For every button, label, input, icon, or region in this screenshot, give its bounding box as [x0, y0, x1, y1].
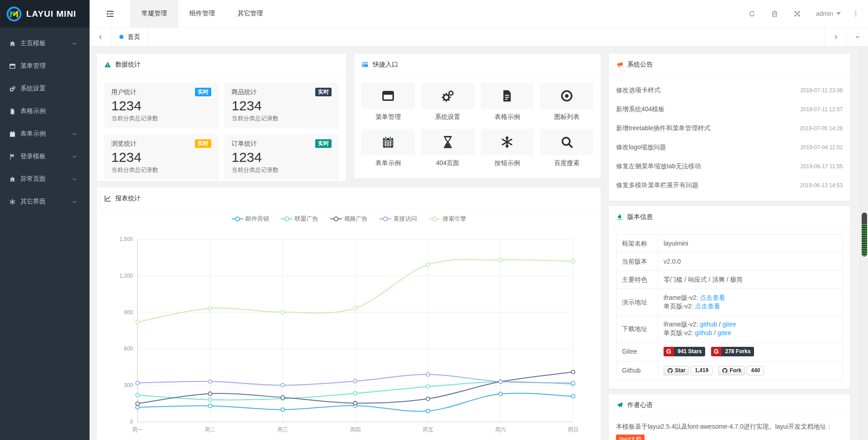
quick-link-4[interactable]: 表单示例 [361, 129, 415, 167]
version-row-1: 当前版本 v2.0.0 [617, 253, 843, 271]
gitee-logo: G [711, 347, 721, 356]
sidebar-item-7[interactable]: 其它界面 [0, 190, 90, 213]
version-row-4: 下载地址 iframe版-v2: github / gitee单页版-v2: g… [617, 316, 843, 342]
sidebar-item-5[interactable]: 登录模板 [0, 145, 90, 168]
stat-card-3: 订单统计 实时 1234 当前分类总记录数 [224, 134, 339, 180]
svg-text:1,500: 1,500 [119, 236, 133, 242]
clear-cache-button[interactable] [764, 10, 786, 18]
circle-dot-icon [560, 89, 574, 103]
page-scrollbar-track[interactable] [860, 47, 868, 440]
panel-data-stats-header: 数据统计 [97, 54, 346, 76]
tab-options-icon[interactable] [846, 28, 868, 46]
menu-collapse-icon[interactable] [90, 0, 130, 27]
svg-text:周六: 周六 [495, 426, 506, 433]
stat-card-title: 用户统计 [111, 88, 137, 96]
svg-text:900: 900 [124, 309, 133, 316]
sidebar-item-2[interactable]: 系统设置 [0, 77, 90, 100]
panel-report: 报表统计 邮件营销 联盟广告 视频广告 直接访问 搜索引擎 0300600900… [97, 188, 601, 440]
author-line-2: layui文档 [616, 433, 843, 440]
stat-card-value: 1234 [111, 98, 211, 114]
home-icon [9, 176, 16, 183]
stat-card-badge: 实时 [195, 139, 211, 148]
github-star-button[interactable]: Star [664, 366, 689, 375]
quick-link-2[interactable]: 表格示例 [481, 83, 534, 121]
quick-link-0[interactable]: 菜单管理 [361, 83, 415, 121]
version-link[interactable]: github [700, 321, 717, 328]
legend-item-2[interactable]: 视频广告 [330, 215, 368, 223]
version-row-3: 演示地址 iframe版-v2: 点击查看单页版-v2: 点击查看 [617, 289, 843, 316]
quick-link-3[interactable]: 图标列表 [540, 83, 593, 121]
window-icon [9, 63, 16, 70]
more-options-icon[interactable] [848, 10, 863, 17]
tab-scroll-left-icon[interactable] [90, 28, 111, 46]
announcement-title: 新增treetable插件和菜单管理样式 [616, 124, 710, 132]
fullscreen-button[interactable] [786, 10, 809, 18]
quick-link-1[interactable]: 系统设置 [421, 83, 474, 121]
sidebar-item-label: 菜单管理 [20, 62, 82, 70]
version-value: 零门槛 / 响应式 / 清爽 / 极简 [664, 276, 743, 283]
tab-home[interactable]: 首页 [111, 28, 149, 46]
legend-item-0[interactable]: 邮件营销 [232, 215, 269, 223]
app-logo-text: LAYUI MINI [26, 9, 76, 19]
version-link[interactable]: 点击查看 [695, 303, 720, 310]
version-link[interactable]: github [695, 329, 712, 336]
gitee-badge[interactable]: G 278 Forks [711, 347, 754, 356]
sidebar-item-6[interactable]: 异常页面 [0, 168, 90, 190]
refresh-button[interactable] [741, 10, 764, 18]
panel-version-info-title: 版本信息 [627, 213, 653, 221]
card-icon [361, 61, 369, 68]
header-nav-2[interactable]: 其它管理 [226, 0, 274, 27]
legend-item-4[interactable]: 搜索引擎 [429, 215, 466, 223]
sidebar-item-0[interactable]: 主页模板 [0, 32, 90, 55]
announcement-title: 修改logo缩放问题 [616, 143, 666, 151]
header-nav-0[interactable]: 常规管理 [130, 0, 178, 27]
panel-announcements-header: 系统公告 [609, 54, 850, 76]
announcement-date: 2019-06-13 14:53 [800, 182, 843, 189]
version-link[interactable]: gitee [722, 321, 736, 328]
stat-card-caption: 当前分类总记录数 [232, 114, 332, 123]
report-body: 邮件营销 联盟广告 视频广告 直接访问 搜索引擎 03006009001,200… [97, 209, 601, 439]
panel-author-words: 作者心语 本模板基于layui2.5.4以及font-awesome-4.7.0… [609, 394, 850, 440]
search-icon [560, 135, 574, 149]
legend-item-1[interactable]: 联盟广告 [281, 215, 318, 223]
stat-card-badge: 实时 [315, 139, 332, 148]
svg-text:周一: 周一 [132, 426, 143, 433]
version-label: 主要特色 [617, 271, 658, 289]
github-fork-count[interactable]: 440 [747, 366, 764, 375]
sidebar-item-label: 主页模板 [20, 39, 71, 47]
github-fork-button[interactable]: Fork [718, 366, 745, 375]
stat-card-caption: 当前分类总记录数 [111, 114, 211, 123]
svg-text:600: 600 [124, 345, 133, 352]
legend-label: 直接访问 [394, 215, 417, 223]
quick-link-5[interactable]: 404页面 [421, 129, 474, 167]
gitee-badge[interactable]: G 941 Stars [664, 347, 705, 356]
user-dropdown[interactable]: admin [809, 10, 848, 17]
quick-link-6[interactable]: 按钮示例 [481, 129, 534, 167]
announcement-date: 2019-06-17 11:55 [800, 163, 843, 170]
app-logo-icon [6, 6, 22, 22]
user-name: admin [816, 10, 833, 17]
legend-label: 联盟广告 [295, 215, 318, 223]
version-label: 当前版本 [617, 253, 658, 271]
quick-link-7[interactable]: 百度搜索 [540, 129, 593, 167]
announcement-date: 2019-07-11 23:06 [800, 87, 843, 94]
version-label: 下载地址 [617, 316, 658, 342]
sidebar-item-4[interactable]: 表单示例 [0, 123, 90, 145]
version-label: 框架名称 [617, 235, 658, 253]
layui-doc-badge[interactable]: layui文档 [616, 435, 645, 440]
tab-scroll-right-icon[interactable] [825, 28, 846, 46]
sidebar-item-1[interactable]: 菜单管理 [0, 55, 90, 77]
header-nav-1[interactable]: 组件管理 [178, 0, 226, 27]
stat-card-2: 浏览统计 实时 1234 当前分类总记录数 [104, 134, 218, 180]
version-link[interactable]: 点击查看 [700, 294, 725, 301]
page-scrollbar-thumb[interactable] [862, 213, 867, 256]
panel-author-words-header: 作者心语 [609, 394, 850, 416]
announcement-title: 修改选项卡样式 [616, 86, 660, 95]
legend-item-3[interactable]: 直接访问 [379, 215, 417, 223]
bullhorn-icon [616, 61, 623, 68]
sidebar-item-3[interactable]: 表格示例 [0, 100, 90, 123]
github-star-count[interactable]: 1,419 [691, 366, 712, 375]
version-link[interactable]: gitee [717, 329, 731, 336]
sidebar-item-label: 登录模板 [20, 152, 71, 161]
app-logo: LAYUI MINI [0, 0, 90, 28]
